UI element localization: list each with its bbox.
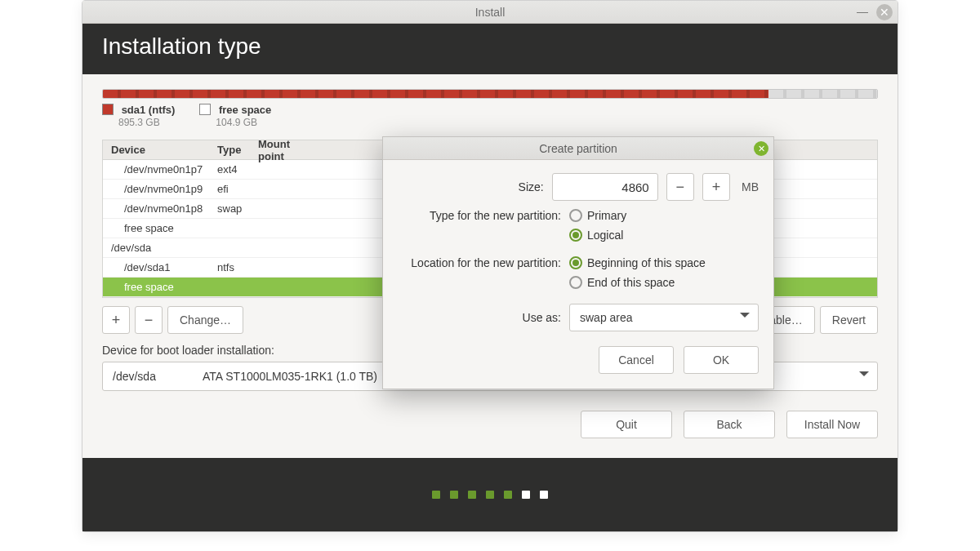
location-label: Location for the new partition:: [398, 256, 561, 269]
size-decrement-button[interactable]: −: [666, 173, 694, 201]
dialog-titlebar: Create partition ✕: [383, 137, 773, 160]
size-unit: MB: [742, 180, 759, 193]
back-button[interactable]: Back: [684, 411, 775, 438]
radio-icon: [569, 276, 582, 289]
useas-value: swap area: [580, 311, 633, 324]
legend-sub: 104.9 GB: [216, 117, 257, 128]
useas-label: Use as:: [398, 311, 561, 324]
dialog-close-icon[interactable]: ✕: [754, 141, 768, 156]
step-dot: [486, 491, 494, 499]
create-partition-dialog: Create partition ✕ Size: − + MB Type for…: [382, 136, 774, 389]
page-title-band: Installation type: [82, 24, 898, 74]
disk-usage-free: [768, 90, 877, 98]
useas-select[interactable]: swap area: [569, 304, 759, 331]
radio-location-end[interactable]: End of this space: [569, 276, 706, 289]
size-label: Size:: [398, 180, 544, 193]
col-type: Type: [217, 144, 258, 156]
disk-usage-used: [103, 90, 768, 98]
disk-legend: sda1 (ntfs) 895.3 GB free space 104.9 GB: [102, 104, 878, 128]
size-input[interactable]: [552, 173, 658, 201]
step-dot: [468, 491, 476, 499]
legend-item: sda1 (ntfs) 895.3 GB: [102, 104, 175, 128]
bootloader-device-value: /dev/sda: [113, 370, 203, 383]
step-dot: [504, 491, 512, 499]
swatch-icon: [199, 104, 211, 115]
col-device: Device: [111, 144, 217, 156]
titlebar: Install — ✕: [82, 1, 898, 24]
dialog-title: Create partition: [539, 142, 617, 155]
change-partition-button[interactable]: Change…: [167, 306, 243, 334]
radio-icon: [569, 229, 582, 242]
step-dot: [522, 491, 530, 499]
chevron-down-icon: [740, 313, 750, 322]
step-dot: [540, 491, 548, 499]
radio-icon: [569, 256, 582, 269]
legend-label: sda1 (ntfs): [122, 104, 176, 116]
size-increment-button[interactable]: +: [702, 173, 730, 201]
add-partition-button[interactable]: +: [102, 306, 130, 334]
bootloader-device-desc: ATA ST1000LM035-1RK1 (1.0 TB): [203, 370, 377, 383]
legend-label: free space: [219, 104, 271, 116]
swatch-icon: [102, 104, 114, 115]
remove-partition-button[interactable]: −: [135, 306, 163, 334]
radio-logical[interactable]: Logical: [569, 229, 626, 242]
quit-button[interactable]: Quit: [581, 411, 672, 438]
install-now-button[interactable]: Install Now: [786, 411, 878, 438]
progress-dots: [82, 458, 898, 531]
ok-button[interactable]: OK: [684, 346, 759, 374]
disk-usage-bar: [102, 89, 878, 99]
cancel-button[interactable]: Cancel: [599, 346, 674, 374]
radio-icon: [569, 209, 582, 222]
legend-sub: 895.3 GB: [118, 117, 160, 128]
chevron-down-icon: [859, 371, 869, 381]
step-dot: [432, 491, 440, 499]
radio-primary[interactable]: Primary: [569, 209, 626, 222]
partition-type-label: Type for the new partition:: [398, 209, 561, 222]
radio-location-begin[interactable]: Beginning of this space: [569, 256, 706, 269]
page-title: Installation type: [102, 33, 261, 59]
col-mount: Mount point: [258, 138, 307, 162]
close-icon[interactable]: ✕: [876, 4, 893, 20]
revert-button[interactable]: Revert: [820, 306, 878, 334]
minimize-icon[interactable]: —: [855, 4, 870, 19]
window-title: Install: [475, 6, 506, 19]
step-dot: [450, 491, 458, 499]
legend-item: free space 104.9 GB: [199, 104, 271, 128]
